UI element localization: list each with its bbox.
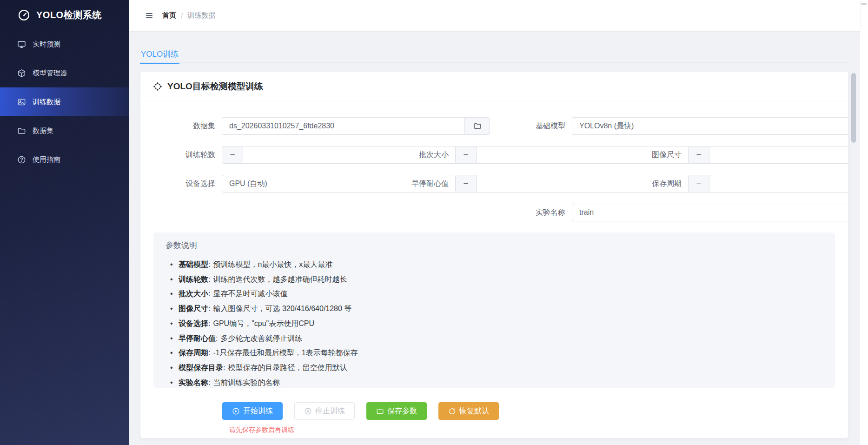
- epochs-label: 训练轮数: [140, 146, 222, 164]
- sidebar-item-label: 实时预测: [33, 40, 60, 49]
- list-item: 基础模型:预训练模型，n最小最快，x最大最准: [166, 257, 823, 272]
- main-area: 首页 / 训练数据 YOLO训练 YOLO目标检测模型训练: [129, 0, 860, 445]
- sidebar-item-training-data[interactable]: 训练数据: [0, 87, 129, 116]
- imgsz-label: 图像尺寸: [606, 146, 688, 164]
- imgsz-input[interactable]: [709, 146, 848, 163]
- app-title: YOLO检测系统: [36, 9, 102, 21]
- minus-icon[interactable]: [456, 175, 477, 192]
- device-label: 设备选择: [140, 175, 222, 193]
- sidebar-item-dataset[interactable]: 数据集: [0, 116, 129, 145]
- folder-icon: [376, 407, 384, 415]
- breadcrumb-current: 训练数据: [187, 11, 215, 20]
- minus-icon[interactable]: [222, 146, 243, 163]
- list-item: 批次大小:显存不足时可减小该值: [166, 286, 823, 301]
- list-item: 图像尺寸:输入图像尺寸，可选 320/416/640/1280 等: [166, 301, 823, 316]
- sidebar-item-label: 训练数据: [33, 98, 60, 106]
- experiment-name-label: 实验名称: [490, 204, 572, 221]
- monitor-icon: [17, 40, 26, 49]
- sidebar-item-label: 使用指南: [33, 155, 60, 164]
- button-label: 保存参数: [387, 406, 417, 416]
- aim-icon: [153, 82, 162, 91]
- sidebar-menu: 实时预测 模型管理器 训练数据: [0, 30, 129, 174]
- breadcrumb: 首页 / 训练数据: [162, 11, 215, 20]
- top-header: 首页 / 训练数据: [129, 0, 860, 31]
- gauge-logo-icon: [18, 9, 30, 21]
- list-item: 实验名称:当前训练实验的名称: [166, 375, 823, 390]
- patience-label: 早停耐心值: [373, 175, 455, 193]
- card-scrollbar-thumb[interactable]: [851, 73, 856, 143]
- save-period-stepper: [688, 175, 848, 193]
- experiment-name-input[interactable]: [572, 204, 848, 221]
- image-icon: [17, 98, 26, 106]
- base-model-value: YOLOv8n (最快): [579, 121, 634, 131]
- app-window: YOLO检测系统 实时预测 模型管理器: [0, 0, 860, 445]
- content-area: YOLO训练 YOLO目标检测模型训练 数据集: [129, 31, 860, 438]
- breadcrumb-separator: /: [181, 12, 183, 20]
- save-first-warning: 请先保存参数后再训练: [229, 426, 848, 434]
- sidebar: YOLO检测系统 实时预测 模型管理器: [0, 0, 129, 445]
- save-period-label: 保存周期: [606, 175, 688, 193]
- form-row: 实验名称: [140, 204, 848, 221]
- model-icon: [17, 69, 26, 78]
- dataset-input-group: [222, 117, 490, 135]
- action-buttons: 开始训练 停止训练 保存参数: [222, 402, 848, 420]
- form-row: 设备选择 GPU (自动) 早停耐心值: [140, 175, 848, 193]
- parameter-help-title: 参数说明: [166, 240, 823, 251]
- button-label: 恢复默认: [459, 406, 489, 416]
- sidebar-item-model-manager[interactable]: 模型管理器: [0, 59, 129, 87]
- sidebar-item-label: 数据集: [33, 126, 53, 135]
- card-title: YOLO目标检测模型训练: [167, 80, 263, 93]
- list-item: 模型保存目录:模型保存的目录路径，留空使用默认: [166, 360, 823, 375]
- tab-bar: YOLO训练: [140, 45, 848, 63]
- training-form: 数据集 基础模型 YOLOv8n (最快): [140, 101, 848, 434]
- sidebar-item-guide[interactable]: 使用指南: [0, 145, 129, 174]
- training-card: YOLO目标检测模型训练 数据集 基础模型: [140, 71, 848, 438]
- imgsz-stepper: [688, 146, 848, 164]
- refresh-icon: [448, 407, 456, 415]
- parameter-help-list: 基础模型:预训练模型，n最小最快，x最大最准 训练轮数:训练的迭代次数，越多越准…: [166, 257, 823, 390]
- parameter-help-panel: 参数说明 基础模型:预训练模型，n最小最快，x最大最准 训练轮数:训练的迭代次数…: [153, 232, 835, 388]
- form-row: 数据集 基础模型 YOLOv8n (最快): [140, 117, 848, 135]
- help-icon: [17, 155, 26, 164]
- minus-icon[interactable]: [456, 146, 477, 163]
- stop-training-button[interactable]: 停止训练: [294, 402, 355, 420]
- start-training-button[interactable]: 开始训练: [222, 402, 283, 420]
- tab-yolo-training[interactable]: YOLO训练: [140, 45, 179, 63]
- list-item: 训练轮数:训练的迭代次数，越多越准确但耗时越长: [166, 272, 823, 287]
- base-model-select[interactable]: YOLOv8n (最快): [572, 117, 848, 135]
- card-header: YOLO目标检测模型训练: [140, 72, 848, 101]
- sidebar-item-realtime-predict[interactable]: 实时预测: [0, 30, 129, 59]
- list-item: 设备选择:GPU编号，"cpu"表示使用CPU: [166, 316, 823, 331]
- save-params-button[interactable]: 保存参数: [366, 402, 427, 420]
- minus-icon[interactable]: [689, 146, 709, 163]
- play-circle-icon: [232, 407, 240, 415]
- pause-circle-icon: [304, 407, 312, 415]
- list-item: 早停耐心值:多少轮无改善就停止训练: [166, 331, 823, 346]
- folder-icon: [17, 126, 26, 135]
- collapse-menu-icon[interactable]: [146, 13, 152, 18]
- button-label: 停止训练: [315, 406, 345, 416]
- base-model-label: 基础模型: [490, 117, 572, 135]
- tab-label: YOLO训练: [141, 49, 179, 60]
- card-scrollbar-track[interactable]: [851, 71, 856, 438]
- dataset-input[interactable]: [222, 117, 464, 135]
- form-row: 训练轮数 批次大小 图像尺寸: [140, 146, 848, 164]
- button-label: 开始训练: [243, 406, 273, 416]
- folder-icon: [473, 122, 482, 130]
- save-period-input[interactable]: [709, 175, 848, 192]
- device-value: GPU (自动): [229, 179, 267, 189]
- breadcrumb-home[interactable]: 首页: [162, 11, 176, 20]
- dataset-label: 数据集: [140, 117, 222, 135]
- logo: YOLO检测系统: [0, 0, 129, 30]
- page-scrollbar-thumb[interactable]: [861, 3, 867, 5]
- dataset-browse-button[interactable]: [464, 117, 490, 135]
- minus-icon[interactable]: [689, 175, 709, 192]
- restore-defaults-button[interactable]: 恢复默认: [438, 402, 499, 420]
- list-item: 保存周期:-1只保存最佳和最后模型，1表示每轮都保存: [166, 345, 823, 360]
- sidebar-item-label: 模型管理器: [33, 69, 67, 78]
- batch-label: 批次大小: [373, 146, 455, 164]
